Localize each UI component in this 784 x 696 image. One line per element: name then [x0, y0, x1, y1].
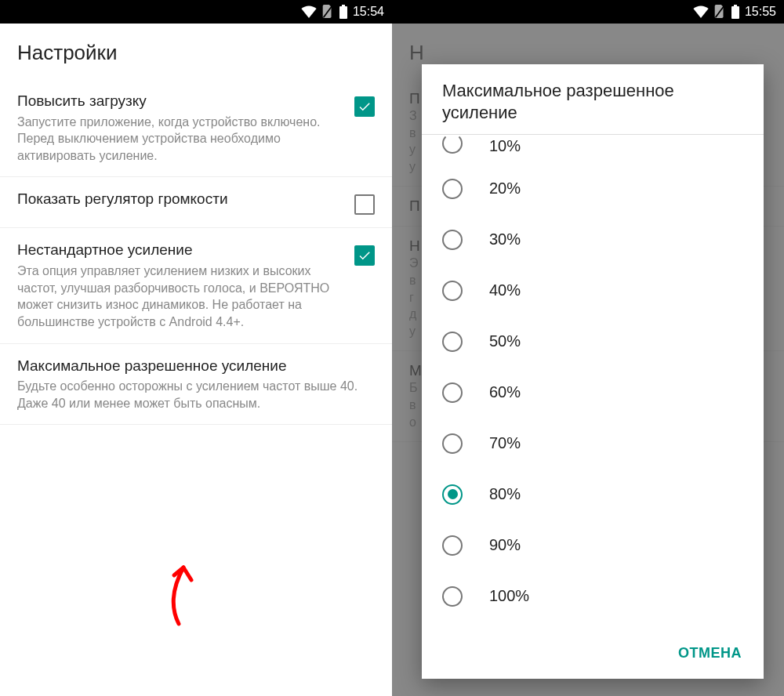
radio-icon[interactable]	[442, 382, 463, 403]
setting-title: Повысить загрузку	[17, 92, 345, 111]
radio-icon[interactable]	[442, 332, 463, 352]
radio-icon[interactable]	[442, 433, 463, 454]
checkbox-custom-boost[interactable]	[354, 245, 375, 266]
wifi-icon	[301, 5, 317, 18]
radio-icon[interactable]	[442, 535, 463, 556]
setting-desc: Запустите приложение, когда устройство в…	[17, 114, 345, 165]
radio-label: 50%	[489, 332, 521, 350]
radio-label: 70%	[489, 434, 521, 452]
radio-option-70[interactable]: 70%	[442, 418, 743, 469]
setting-title: Нестандартное усиление	[17, 241, 345, 260]
dialog-content-area: Н П З в у у П Н Э в г д у М Б в о Максим…	[392, 24, 784, 696]
radio-option-50[interactable]: 50%	[442, 316, 743, 367]
battery-icon	[339, 5, 348, 19]
radio-label: 20%	[489, 179, 521, 198]
settings-content: Настройки Повысить загрузку Запустите пр…	[0, 24, 392, 696]
page-title: Настройки	[0, 24, 392, 79]
setting-custom-boost[interactable]: Нестандартное усиление Эта опция управля…	[0, 228, 392, 343]
svg-rect-2	[339, 6, 347, 19]
status-time: 15:54	[353, 5, 384, 19]
no-sim-icon	[321, 5, 334, 19]
radio-label: 90%	[489, 536, 521, 554]
radio-icon[interactable]	[442, 230, 463, 250]
radio-icon[interactable]	[442, 281, 463, 301]
setting-title: Максимальное разрешенное усиление	[17, 357, 365, 376]
svg-rect-1	[342, 5, 345, 6]
radio-icon[interactable]	[442, 135, 463, 154]
radio-icon[interactable]	[442, 179, 463, 199]
svg-rect-5	[731, 6, 739, 19]
wifi-icon	[693, 5, 709, 18]
dialog-title: Максимальное разрешенное усиление	[422, 64, 764, 134]
radio-option-60[interactable]: 60%	[442, 367, 743, 418]
svg-rect-4	[734, 5, 737, 6]
radio-list[interactable]: 10% 20% 30% 40% 50%	[422, 135, 764, 629]
setting-desc: Будьте особенно осторожны с усилением ча…	[17, 378, 365, 411]
setting-boost-load[interactable]: Повысить загрузку Запустите приложение, …	[0, 79, 392, 177]
setting-max-allowed-boost[interactable]: Максимальное разрешенное усиление Будьте…	[0, 344, 392, 426]
battery-icon	[731, 5, 740, 19]
setting-title: Показать регулятор громкости	[17, 190, 345, 209]
radio-option-30[interactable]: 30%	[442, 214, 743, 265]
no-sim-icon	[713, 5, 726, 19]
radio-label: 100%	[489, 587, 529, 605]
annotation-arrow-icon	[155, 556, 202, 627]
radio-option-100[interactable]: 100%	[442, 571, 743, 622]
radio-icon[interactable]	[442, 484, 463, 505]
radio-label: 80%	[489, 485, 521, 503]
radio-option-20[interactable]: 20%	[442, 163, 743, 214]
radio-icon[interactable]	[442, 586, 463, 607]
radio-option-80[interactable]: 80%	[442, 469, 743, 520]
setting-desc: Эта опция управляет усилением низких и в…	[17, 263, 345, 330]
phone-right: 15:55 Н П З в у у П Н Э в г д у М Б в о	[392, 0, 784, 696]
status-time: 15:55	[745, 5, 776, 19]
dialog-actions: ОТМЕНА	[422, 629, 764, 679]
status-bar: 15:55	[392, 0, 784, 24]
status-bar: 15:54	[0, 0, 392, 24]
radio-label: 60%	[489, 383, 521, 401]
checkbox-boost-load[interactable]	[354, 96, 375, 117]
radio-option-40[interactable]: 40%	[442, 265, 743, 316]
phone-left: 15:54 Настройки Повысить загрузку Запуст…	[0, 0, 392, 696]
radio-option-10[interactable]: 10%	[442, 135, 743, 163]
max-boost-dialog: Максимальное разрешенное усиление 10% 20…	[422, 64, 764, 679]
radio-label: 40%	[489, 281, 521, 299]
radio-label: 10%	[489, 137, 521, 155]
radio-option-90[interactable]: 90%	[442, 520, 743, 571]
checkbox-show-volume[interactable]	[354, 194, 375, 215]
radio-label: 30%	[489, 230, 521, 248]
setting-show-volume[interactable]: Показать регулятор громкости	[0, 177, 392, 228]
cancel-button[interactable]: ОТМЕНА	[672, 640, 748, 666]
